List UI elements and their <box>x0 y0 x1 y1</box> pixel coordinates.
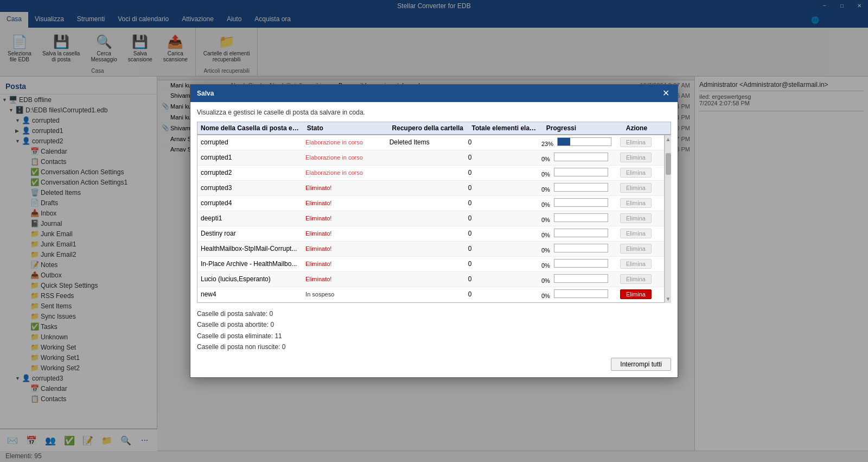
row-recovery-4 <box>386 201 465 205</box>
modal-body: Visualizza e gestisci le caselle di post… <box>190 102 678 378</box>
row-status-2: Elaborazione in corso <box>302 167 386 178</box>
row-progress-0: 23% <box>538 135 617 150</box>
table-row-0: corrupted Elaborazione in corso Deleted … <box>197 135 664 150</box>
row-action-3[interactable]: Elimina <box>617 181 664 195</box>
row-status-6: Eliminato! <box>302 228 386 239</box>
row-recovery-6 <box>386 231 465 236</box>
progress-bar-10 <box>554 289 608 298</box>
table-row-6: Destiny roar Eliminato! 0 0% Elimina <box>197 226 664 242</box>
row-progress-9: 0% <box>538 272 617 287</box>
progress-bar-4 <box>554 198 608 207</box>
elimina-btn-4[interactable]: Elimina <box>620 198 652 208</box>
row-action-6[interactable]: Elimina <box>617 226 664 241</box>
save-modal: Salva ✕ Visualizza e gestisci le caselle… <box>190 84 678 378</box>
row-status-8: Eliminato! <box>302 258 386 269</box>
progress-fill-0 <box>558 138 570 145</box>
elimina-btn-9[interactable]: Elimina <box>620 274 652 284</box>
progress-bar-9 <box>554 274 608 283</box>
table-row-7: HealthMailbox-StpIMail-Corrupt... Elimin… <box>197 242 664 257</box>
header-total: Totale elementi elaborati <box>469 122 543 134</box>
interrupt-button[interactable]: Interrompi tutti <box>611 358 671 371</box>
row-progress-1: 0% <box>538 150 617 165</box>
progress-bar-0 <box>557 137 611 146</box>
modal-description: Visualizza e gestisci le caselle di post… <box>197 109 671 116</box>
elimina-btn-0[interactable]: Elimina <box>620 137 652 147</box>
row-status-0: Elaborazione in corso <box>302 137 386 148</box>
elimina-btn-8[interactable]: Elimina <box>620 259 652 269</box>
row-recovery-9 <box>386 277 465 281</box>
row-recovery-8 <box>386 262 465 266</box>
row-name-6: Destiny roar <box>197 227 302 239</box>
elimina-btn-5[interactable]: Elimina <box>620 213 652 223</box>
row-action-5[interactable]: Elimina <box>617 211 664 225</box>
elimina-btn-1[interactable]: Elimina <box>620 153 652 162</box>
table-row-8: In-Place Archive - HealthMailbo... Elimi… <box>197 257 664 272</box>
modal-close-button[interactable]: ✕ <box>660 88 671 99</box>
row-progress-7: 0% <box>538 242 617 256</box>
row-recovery-1 <box>386 155 465 160</box>
row-status-9: Eliminato! <box>302 274 386 284</box>
stat-saved: Caselle di posta salvate: 0 <box>197 308 671 319</box>
modal-table-header: Nome della Casella di posta ele... Stato… <box>197 122 671 135</box>
scroll-down-arrow[interactable]: ▼ <box>666 296 671 302</box>
elimina-btn-2[interactable]: Elimina <box>620 168 652 178</box>
row-name-4: corrupted4 <box>197 197 302 209</box>
row-name-9: Lucio (lucius,Esperanto) <box>197 273 302 285</box>
row-action-2[interactable]: Elimina <box>617 166 664 180</box>
elimina-btn-10[interactable]: Elimina <box>620 289 652 299</box>
progress-bar-6 <box>554 229 608 237</box>
row-progress-8: 0% <box>538 257 617 271</box>
row-recovery-3 <box>386 186 465 190</box>
row-name-2: corrupted2 <box>197 167 302 179</box>
table-row-1: corrupted1 Elaborazione in corso 0 0% El… <box>197 150 664 166</box>
row-total-3: 0 <box>465 182 538 194</box>
header-progress: Progressi <box>543 122 623 134</box>
modal-footer-bar: Interrompi tutti <box>197 355 671 371</box>
table-row-9: Lucio (lucius,Esperanto) Eliminato! 0 0%… <box>197 272 664 287</box>
row-action-0[interactable]: Elimina <box>617 135 664 149</box>
row-recovery-7 <box>386 246 465 251</box>
header-recovery: Recupero della cartella <box>389 122 469 134</box>
elimina-btn-7[interactable]: Elimina <box>620 244 652 254</box>
row-total-5: 0 <box>465 212 538 224</box>
row-status-4: Eliminato! <box>302 198 386 208</box>
progress-bar-8 <box>554 259 608 268</box>
elimina-btn-6[interactable]: Elimina <box>620 229 652 238</box>
row-action-7[interactable]: Elimina <box>617 242 664 256</box>
progress-bar-7 <box>554 244 608 252</box>
header-name: Nome della Casella di posta ele... <box>197 122 304 134</box>
row-action-9[interactable]: Elimina <box>617 272 664 286</box>
row-name-1: corrupted1 <box>197 151 302 163</box>
row-status-7: Eliminato! <box>302 243 386 254</box>
row-name-0: corrupted <box>197 136 302 148</box>
row-progress-2: 0% <box>538 166 617 180</box>
row-total-10: 0 <box>465 288 538 300</box>
row-progress-4: 0% <box>538 196 617 211</box>
row-action-4[interactable]: Elimina <box>617 196 664 210</box>
row-status-5: Eliminato! <box>302 213 386 224</box>
row-name-8: In-Place Archive - HealthMailbo... <box>197 258 302 270</box>
table-row-10: new4 In sospeso 0 0% Elimina <box>197 287 664 302</box>
header-status: Stato <box>304 122 389 134</box>
header-action: Azione <box>623 122 671 134</box>
stat-eliminated: Caselle di posta eliminate: 11 <box>197 331 671 341</box>
row-progress-5: 0% <box>538 211 617 226</box>
row-action-10[interactable]: Elimina <box>617 287 664 301</box>
row-action-8[interactable]: Elimina <box>617 257 664 271</box>
scroll-thumb[interactable] <box>666 153 671 175</box>
row-recovery-0: Deleted Items <box>386 136 465 148</box>
row-name-3: corrupted3 <box>197 182 302 194</box>
row-progress-3: 0% <box>538 181 617 195</box>
scroll-up-arrow[interactable]: ▲ <box>666 136 671 142</box>
progress-bar-2 <box>554 168 608 176</box>
row-recovery-5 <box>386 216 465 220</box>
row-recovery-2 <box>386 170 465 175</box>
elimina-btn-3[interactable]: Elimina <box>620 183 652 193</box>
row-total-1: 0 <box>465 151 538 163</box>
stat-aborted: Caselle di posta abortite: 0 <box>197 319 671 330</box>
row-total-8: 0 <box>465 258 538 270</box>
modal-scrollbar[interactable]: ▲ ▼ <box>665 135 671 303</box>
modal-footer-stats: Caselle di posta salvate: 0 Caselle di p… <box>197 303 671 355</box>
row-action-1[interactable]: Elimina <box>617 150 664 164</box>
row-total-7: 0 <box>465 243 538 255</box>
